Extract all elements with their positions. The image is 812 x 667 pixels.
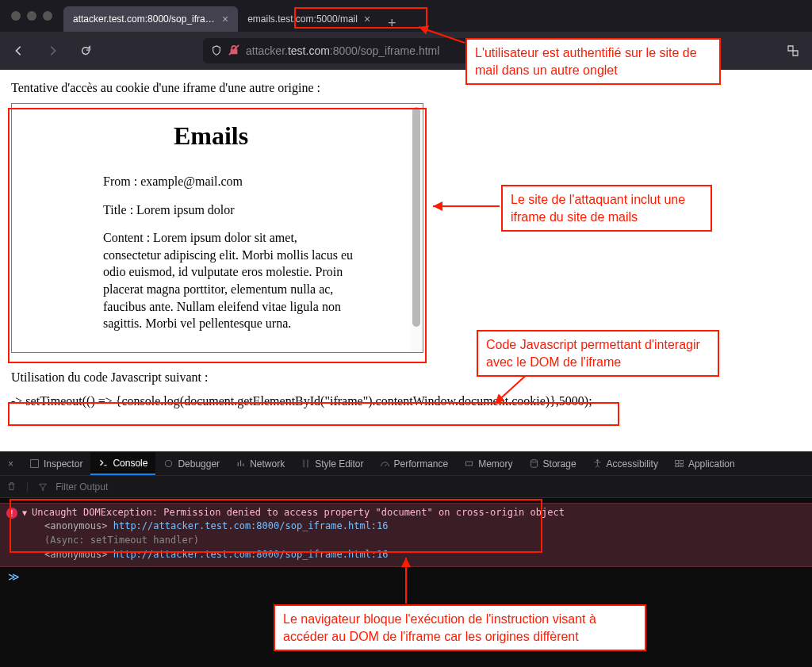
error-message: Uncaught DOMException: Permission denied… <box>32 507 565 518</box>
forward-button[interactable] <box>41 40 63 62</box>
new-tab-button[interactable]: + <box>380 15 404 32</box>
tab-network[interactable]: Network <box>228 452 293 475</box>
tab-console[interactable]: Console <box>90 452 155 475</box>
debugger-icon <box>163 458 174 469</box>
zoom-dot[interactable] <box>43 11 52 21</box>
close-icon[interactable]: × <box>222 13 228 25</box>
page-content: Tentative d'accès au cookie d'une iframe… <box>0 70 812 451</box>
window-titlebar: attacker.test.com:8000/sop_iframe. × ema… <box>0 0 812 32</box>
accessibility-icon <box>592 458 603 469</box>
arrow-right-icon <box>47 45 58 56</box>
arrow-left-icon <box>13 45 25 56</box>
tab-label: emails.test.com:5000/mail <box>247 13 358 25</box>
email-from: From : example@mail.com <box>103 173 357 190</box>
trash-icon[interactable] <box>6 481 17 492</box>
console-filter-bar: | <box>0 476 812 498</box>
annotation-iframe: Le site de l'attaquant inclut une iframe… <box>501 185 712 232</box>
tab-attacker[interactable]: attacker.test.com:8000/sop_iframe. × <box>63 6 238 32</box>
tab-style-editor[interactable]: Style Editor <box>293 452 371 475</box>
tab-label: attacker.test.com:8000/sop_iframe. <box>73 13 216 25</box>
devtools-tabs: × Inspector Console Debugger Network Sty… <box>0 452 812 476</box>
chevron-down-icon[interactable]: ▼ <box>22 508 27 517</box>
console-icon <box>98 458 109 468</box>
cross-origin-iframe[interactable]: Emails From : example@mail.com Title : L… <box>11 103 423 353</box>
insecure-lock-icon <box>228 44 239 58</box>
tab-storage[interactable]: Storage <box>521 452 584 475</box>
reload-button[interactable] <box>75 40 97 62</box>
style-icon <box>301 458 311 469</box>
tab-accessibility[interactable]: Accessibility <box>584 452 666 475</box>
email-content: Content : Lorem ipsum dolor sit amet, co… <box>103 229 357 332</box>
svg-rect-8 <box>676 465 679 466</box>
error-icon: ! <box>6 508 17 519</box>
annotation-authenticated: L'utilisateur est authentifié sur le sit… <box>465 38 721 85</box>
memory-icon <box>464 458 474 469</box>
minimize-dot[interactable] <box>27 11 36 21</box>
iframe-heading: Emails <box>28 121 394 151</box>
translate-button[interactable] <box>782 40 804 62</box>
svg-rect-9 <box>680 465 683 466</box>
annotation-blocked: Le navigateur bloque l'exécution de l'in… <box>274 604 646 651</box>
svg-rect-6 <box>676 460 679 463</box>
translate-icon <box>787 44 799 57</box>
tab-application[interactable]: Application <box>666 452 743 475</box>
divider: | <box>25 481 30 493</box>
tab-memory[interactable]: Memory <box>456 452 520 475</box>
arrow-auth-to-tab <box>412 24 468 46</box>
storage-icon <box>529 458 539 469</box>
devtools-close-icon[interactable]: × <box>0 458 21 470</box>
svg-rect-7 <box>680 460 683 463</box>
funnel-icon[interactable] <box>38 482 48 492</box>
shield-icon <box>211 45 222 56</box>
tab-emails[interactable]: emails.test.com:5000/mail × <box>238 6 380 32</box>
tab-debugger[interactable]: Debugger <box>155 452 228 475</box>
window-controls[interactable] <box>0 11 63 21</box>
js-code: -> setTimeout(() => {console.log(documen… <box>11 393 801 410</box>
svg-point-4 <box>530 460 537 462</box>
arrow-blocked <box>398 554 414 605</box>
filter-input[interactable] <box>56 481 806 493</box>
close-dot[interactable] <box>11 11 21 21</box>
svg-rect-1 <box>31 460 39 468</box>
svg-line-10 <box>419 27 465 43</box>
svg-rect-3 <box>466 462 473 466</box>
email-title: Title : Lorem ipsum dolor <box>103 201 357 219</box>
tab-strip: attacker.test.com:8000/sop_iframe. × ema… <box>63 0 404 32</box>
url-text: attacker.test.com:8000/sop_iframe.html <box>246 44 439 57</box>
svg-point-5 <box>596 459 598 461</box>
svg-point-2 <box>166 460 172 466</box>
tab-inspector[interactable]: Inspector <box>21 452 90 475</box>
error-stack: <anonymous> http://attacker.test.com:800… <box>44 519 806 562</box>
network-icon <box>236 458 246 469</box>
application-icon <box>674 458 684 469</box>
iframe-scrollbar[interactable] <box>410 104 423 352</box>
back-button[interactable] <box>8 40 30 62</box>
tab-performance[interactable]: Performance <box>372 452 457 475</box>
reload-icon <box>80 45 91 56</box>
arrow-iframe <box>428 200 504 213</box>
scrollbar-thumb[interactable] <box>412 107 420 327</box>
inspector-icon <box>29 458 40 469</box>
close-icon[interactable]: × <box>364 13 370 25</box>
performance-icon <box>380 458 390 469</box>
annotation-js: Code Javascript permettant d'interagir a… <box>477 330 719 377</box>
iframe-content: Emails From : example@mail.com Title : L… <box>12 104 410 352</box>
